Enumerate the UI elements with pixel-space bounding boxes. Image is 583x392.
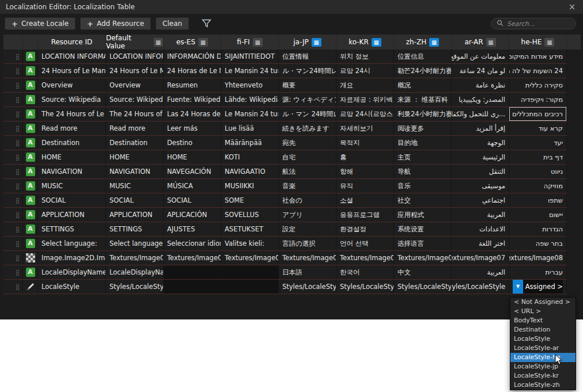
filter-icon[interactable] bbox=[202, 19, 211, 28]
value-cell[interactable]: APLICACIÓN bbox=[164, 208, 221, 222]
value-cell[interactable]: 르망 24시(르망스... bbox=[336, 107, 394, 121]
value-cell[interactable]: שתפו bbox=[509, 193, 567, 207]
value-cell[interactable]: 위치 정보 bbox=[336, 50, 394, 63]
add-resource-button[interactable]: + Add Resource bbox=[80, 17, 151, 30]
value-cell[interactable]: SOVELLUS bbox=[221, 208, 279, 222]
column-header-Default Value[interactable]: Default Value▦ bbox=[106, 35, 164, 50]
column-header-zh-ZH[interactable]: zh-ZH▦ bbox=[394, 35, 452, 50]
value-cell[interactable]: סקירה כללית bbox=[509, 78, 567, 92]
resource-id-cell[interactable]: NAVIGATION bbox=[38, 165, 106, 178]
dropdown-item[interactable]: < Not Assigned > bbox=[510, 298, 576, 307]
value-cell[interactable]: SIJAINTITIEDOT bbox=[221, 50, 279, 63]
row-drag-handle[interactable]: ⣿ bbox=[3, 64, 23, 78]
value-cell[interactable]: Fuente: Wikipedia bbox=[164, 93, 221, 106]
value-cell[interactable]: موسيقى bbox=[452, 179, 509, 193]
clean-button[interactable]: Clean bbox=[156, 17, 189, 30]
row-drag-handle[interactable]: ⣿ bbox=[3, 237, 23, 250]
value-cell[interactable]: The 24 Hours of Le Mans bbox=[106, 107, 164, 121]
dropdown-item[interactable]: LocaleStyle-jp bbox=[510, 362, 576, 371]
value-cell[interactable]: 設定 bbox=[279, 222, 336, 236]
value-cell[interactable]: ル・マン 24時間レース bbox=[279, 107, 336, 121]
value-cell[interactable]: 概要 bbox=[279, 78, 336, 92]
value-cell[interactable]: 자료제공 : 위키백과 bbox=[336, 93, 394, 106]
row-drag-handle[interactable]: ⣿ bbox=[3, 150, 23, 164]
value-cell[interactable]: 한국어 bbox=[336, 265, 394, 279]
value-cell[interactable]: العربية bbox=[452, 208, 509, 222]
value-cell[interactable]: LOCATION INFORMATION bbox=[106, 50, 164, 63]
value-cell[interactable]: יישום bbox=[509, 208, 567, 222]
value-cell[interactable]: اختر اللغة bbox=[452, 237, 509, 250]
value-cell[interactable]: MUSIC bbox=[106, 179, 164, 193]
row-drag-handle[interactable]: ⣿ bbox=[3, 251, 23, 265]
chevron-down-icon[interactable]: ▼ bbox=[513, 280, 523, 294]
value-cell[interactable]: アプリ bbox=[279, 208, 336, 222]
value-cell[interactable]: 언어 선택 bbox=[336, 237, 394, 250]
value-cell[interactable] bbox=[221, 280, 279, 294]
value-cell[interactable]: Styles/LocaleStyle bbox=[452, 280, 509, 294]
value-cell[interactable]: HOME bbox=[164, 150, 221, 164]
value-cell[interactable]: Lue lisää bbox=[221, 121, 279, 135]
value-cell[interactable]: 选择语言 bbox=[394, 237, 452, 250]
translate-icon[interactable]: ▦ bbox=[253, 38, 263, 47]
value-cell[interactable]: SETTINGS bbox=[106, 222, 164, 236]
value-cell[interactable]: APPLICATION bbox=[106, 208, 164, 222]
dropdown-item[interactable]: LocaleStyle-kr bbox=[510, 371, 576, 380]
value-cell[interactable]: 位置信息 bbox=[394, 50, 452, 63]
value-cell[interactable]: Resumen bbox=[164, 78, 221, 92]
value-cell[interactable]: Destino bbox=[164, 136, 221, 150]
column-header-ja-JP[interactable]: ja-JP▦ bbox=[279, 35, 336, 50]
value-cell[interactable]: Leer más bbox=[164, 121, 221, 135]
row-drag-handle[interactable]: ⣿ bbox=[3, 208, 23, 222]
value-cell[interactable]: 르망 24시 bbox=[336, 64, 394, 78]
value-cell[interactable]: Textures/Image02 bbox=[164, 251, 221, 265]
row-drag-handle[interactable]: ⣿ bbox=[3, 78, 23, 92]
resource-id-cell[interactable]: Select language: bbox=[38, 237, 106, 250]
value-cell[interactable] bbox=[221, 265, 279, 279]
value-cell[interactable]: KOTI bbox=[221, 150, 279, 164]
value-cell[interactable]: Select language: bbox=[106, 237, 164, 250]
value-cell[interactable]: Read more bbox=[106, 121, 164, 135]
value-cell[interactable]: 목적지 bbox=[336, 136, 394, 150]
value-cell[interactable]: الاعدادات bbox=[452, 222, 509, 236]
row-drag-handle[interactable]: ⣿ bbox=[3, 280, 23, 294]
value-cell[interactable]: 目的地 bbox=[394, 136, 452, 150]
value-cell[interactable]: Textures/Image04 bbox=[279, 251, 336, 265]
value-cell[interactable]: Styles/LocaleStyle bbox=[336, 280, 394, 294]
value-cell[interactable]: ASETUKSET bbox=[221, 222, 279, 236]
value-cell[interactable]: 勒芒24小时耐力赛 bbox=[394, 64, 452, 78]
value-cell[interactable]: Textures/Image05 bbox=[336, 251, 394, 265]
value-cell[interactable]: 홈 bbox=[336, 150, 394, 164]
value-cell[interactable]: מוזיקה bbox=[509, 179, 567, 193]
value-cell[interactable]: Lähde: Wikipedia bbox=[221, 93, 279, 106]
resource-id-cell[interactable]: LocaleDisplayName bbox=[38, 265, 106, 279]
value-cell[interactable]: 来源 ： 维基百科 bbox=[394, 93, 452, 106]
translate-icon[interactable]: ▦ bbox=[429, 38, 439, 47]
value-cell[interactable]: מקור: ויקיפדיה bbox=[509, 93, 567, 106]
value-cell[interactable]: Yhteenveto bbox=[221, 78, 279, 92]
translate-icon[interactable]: ▦ bbox=[312, 38, 321, 47]
row-drag-handle[interactable]: ⣿ bbox=[3, 50, 23, 63]
row-drag-handle[interactable]: ⣿ bbox=[3, 179, 23, 193]
value-cell[interactable]: 社交 bbox=[394, 193, 452, 207]
close-icon[interactable]: × bbox=[567, 2, 577, 12]
value-cell[interactable]: AJUSTES bbox=[164, 222, 221, 236]
value-cell[interactable]: יעד bbox=[509, 136, 567, 150]
resource-id-cell[interactable]: SOCIAL bbox=[38, 193, 106, 207]
value-cell[interactable]: Las 24 Horas de Le Mans bbox=[164, 107, 221, 121]
value-cell[interactable]: INFORMACIÓN DEL LUGAR bbox=[164, 50, 221, 63]
translate-icon[interactable]: ▦ bbox=[544, 38, 554, 47]
value-cell[interactable]: الوجهة bbox=[452, 136, 509, 150]
value-cell[interactable]: NAVIGATION bbox=[106, 165, 164, 178]
row-drag-handle[interactable]: ⣿ bbox=[3, 107, 23, 121]
value-cell[interactable]: اجتماعي bbox=[452, 193, 509, 207]
resource-id-cell[interactable]: SETTINGS bbox=[38, 222, 106, 236]
column-header-fi-FI[interactable]: fi-FI▦ bbox=[221, 35, 279, 50]
value-cell[interactable]: 言語の選択 bbox=[279, 237, 336, 250]
value-cell[interactable]: Destination bbox=[106, 136, 164, 150]
dropdown-item[interactable]: < URL > bbox=[510, 307, 576, 316]
style-combobox-cell[interactable]: < Not Assigned >▼ bbox=[509, 280, 567, 294]
resource-id-cell[interactable]: Read more bbox=[38, 121, 106, 135]
value-cell[interactable]: Le Mansin 24 tunnin ajo bbox=[221, 107, 279, 121]
value-cell[interactable]: 航法 bbox=[279, 165, 336, 178]
resource-id-cell[interactable]: Image.Image2D.Image bbox=[38, 251, 106, 265]
